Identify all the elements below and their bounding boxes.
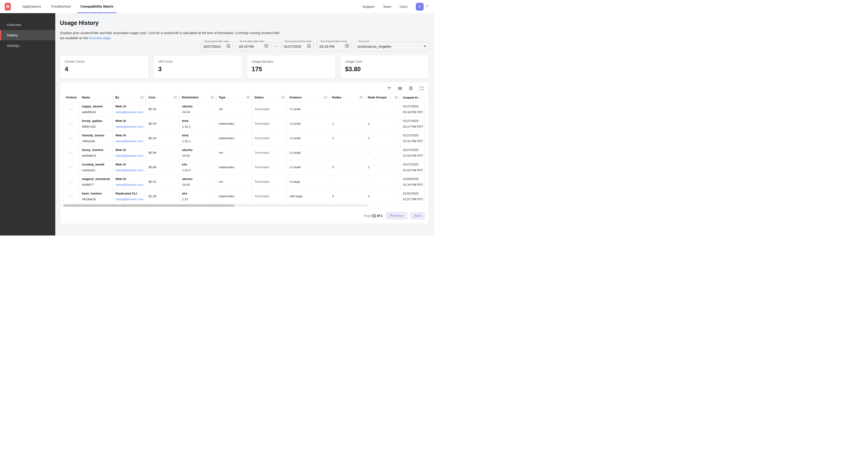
sidebar-item-overview[interactable]: Overview <box>0 20 55 30</box>
email-link[interactable]: name@domain.com <box>116 183 143 186</box>
sidebar: Overview History Settings <box>0 13 55 235</box>
sidebar-item-history[interactable]: History <box>0 30 55 40</box>
clock-icon[interactable] <box>345 44 349 49</box>
cell-type: kubernetes <box>216 116 252 131</box>
column-menu-handle[interactable] <box>246 96 249 98</box>
next-page-button[interactable]: Next <box>410 212 425 219</box>
email-link[interactable]: name@domain.com <box>116 125 143 128</box>
cell-node_groups: - <box>365 174 400 189</box>
density-icon[interactable] <box>408 86 413 91</box>
team-link[interactable]: Team <box>383 5 392 8</box>
column-label: Actions <box>66 96 77 99</box>
docs-link[interactable]: Docs <box>400 5 407 8</box>
field-value: 03:19 PM <box>239 45 254 49</box>
stat-cards: Cluster Count 4 VM Count 3 Usage Minutes… <box>60 55 429 79</box>
cell-created_at: 01/27/202503:18 PM PST <box>400 102 426 116</box>
app-logo[interactable]: R <box>5 3 11 10</box>
columns-icon[interactable] <box>398 86 402 91</box>
account-menu[interactable]: K <box>416 3 429 10</box>
cell-primary: Web UI <box>116 163 143 166</box>
cell-primary: Web UI <box>116 105 143 108</box>
calendar-icon[interactable] <box>307 44 311 49</box>
column-menu-handle[interactable] <box>174 96 177 98</box>
email-link[interactable]: name@domain.com <box>116 169 143 172</box>
cell-actions: ••• <box>63 174 79 189</box>
email-link[interactable]: name@domain.com <box>116 110 143 114</box>
terminated-after-time-field[interactable]: Terminated after time 03:19 PM <box>236 41 271 51</box>
row-actions-button[interactable]: ••• <box>69 137 73 140</box>
column-header-node_groups[interactable]: Node Groups↑↓ <box>365 93 400 102</box>
row-actions-button[interactable]: ••• <box>69 151 73 155</box>
terminated-after-date-field[interactable]: Terminated after date 10/27/2024 <box>200 41 233 51</box>
timezone-select[interactable]: Timezone America/Los_Angeles <box>355 41 429 51</box>
tab-applications[interactable]: Applications <box>19 0 44 13</box>
overview-page-link[interactable]: Overview page <box>89 36 110 40</box>
previous-page-button[interactable]: Previous <box>386 212 407 219</box>
cell-primary: k3s <box>182 163 213 166</box>
dropdown-arrow-icon[interactable] <box>424 46 426 47</box>
row-actions-button[interactable]: ••• <box>69 166 73 169</box>
cell-value: Terminated <box>254 122 269 125</box>
email-link[interactable]: name@domain.com <box>116 154 143 157</box>
row-actions-button[interactable]: ••• <box>69 122 73 125</box>
row-actions-button[interactable]: ••• <box>69 195 73 198</box>
table-row: •••trusting_leavittcae5ea11Web UIname@do… <box>63 160 426 174</box>
cell-value: - <box>368 151 369 154</box>
stat-value: 3 <box>158 66 237 73</box>
tab-troubleshoot[interactable]: Troubleshoot <box>48 0 74 13</box>
row-actions-button[interactable]: ••• <box>69 180 73 184</box>
cell-secondary: fe3f8977 <box>82 183 110 186</box>
column-menu-handle[interactable] <box>360 96 363 98</box>
cell-name: friendly_brown1f40a19e <box>79 131 113 145</box>
column-header-cost[interactable]: Cost↑↓ <box>146 93 179 102</box>
column-menu-handle[interactable] <box>395 96 398 98</box>
email-link[interactable]: name@domain.com <box>116 139 143 143</box>
column-header-distribution[interactable]: Distribution↑↓ <box>179 93 216 102</box>
cell-value: vm <box>219 151 223 154</box>
column-menu-handle[interactable] <box>140 96 144 98</box>
cell-value: 3 <box>332 195 334 198</box>
email-link[interactable]: name@domain.com <box>116 198 143 201</box>
cell-value: vm <box>219 107 223 111</box>
fullscreen-icon[interactable] <box>419 86 424 91</box>
clock-icon[interactable] <box>264 44 268 49</box>
cell-value: 1 <box>368 195 370 198</box>
cell-value: - <box>368 180 369 183</box>
cell-secondary: cae5ea11 <box>82 169 110 172</box>
terminated-before-date-field[interactable]: Terminated before date 01/27/2025 <box>281 41 314 51</box>
column-menu-handle[interactable] <box>281 96 284 98</box>
row-actions-button[interactable]: ••• <box>69 108 73 111</box>
cell-value: r1.small <box>289 137 300 140</box>
column-header-created_at[interactable]: Created At↓ <box>400 93 426 102</box>
sort-icon: ↑↓ <box>92 96 93 99</box>
cell-distribution: kind1.32.1 <box>179 131 216 145</box>
cell-value: m6i.large <box>289 195 303 198</box>
column-header-nodes[interactable]: Nodes↑↓ <box>330 93 365 102</box>
filter-icon[interactable] <box>387 86 392 91</box>
terminated-before-time-field[interactable]: Terminated before time 03:19 PM <box>317 41 352 51</box>
cell-secondary: 1.32.0 <box>182 169 213 172</box>
cell-primary: happy_beaver <box>82 105 110 108</box>
topbar-right: Support Team Docs K <box>363 0 429 13</box>
column-menu-handle[interactable] <box>324 96 327 98</box>
scrollbar-thumb[interactable] <box>63 204 234 207</box>
support-link[interactable]: Support <box>363 5 375 8</box>
column-header-name[interactable]: Name↑↓ <box>79 93 113 102</box>
cell-distribution: ubuntu24.04 <box>179 102 216 116</box>
cell-cost: $0.54 <box>146 131 179 145</box>
tab-compatibility-matrix[interactable]: Compatibility Matrix <box>77 0 117 13</box>
cell-distribution: eks1.31 <box>179 189 216 203</box>
column-header-instance[interactable]: Instance↑↓ <box>287 93 330 102</box>
column-header-status[interactable]: Status↑↓ <box>252 93 287 102</box>
sidebar-item-settings[interactable]: Settings <box>0 40 55 51</box>
cell-node_groups: - <box>365 102 400 116</box>
cell-node_groups: 1 <box>365 131 400 145</box>
field-label: Terminated before date <box>283 40 313 42</box>
column-header-type[interactable]: Type↑↓ <box>216 93 252 102</box>
stat-value: 4 <box>65 66 144 73</box>
field-value: 10/27/2024 <box>203 45 220 49</box>
calendar-icon[interactable] <box>226 44 230 49</box>
column-header-by[interactable]: By↑↓ <box>113 93 146 102</box>
column-menu-handle[interactable] <box>211 96 214 98</box>
sort-icon: ↑↓ <box>157 96 158 99</box>
